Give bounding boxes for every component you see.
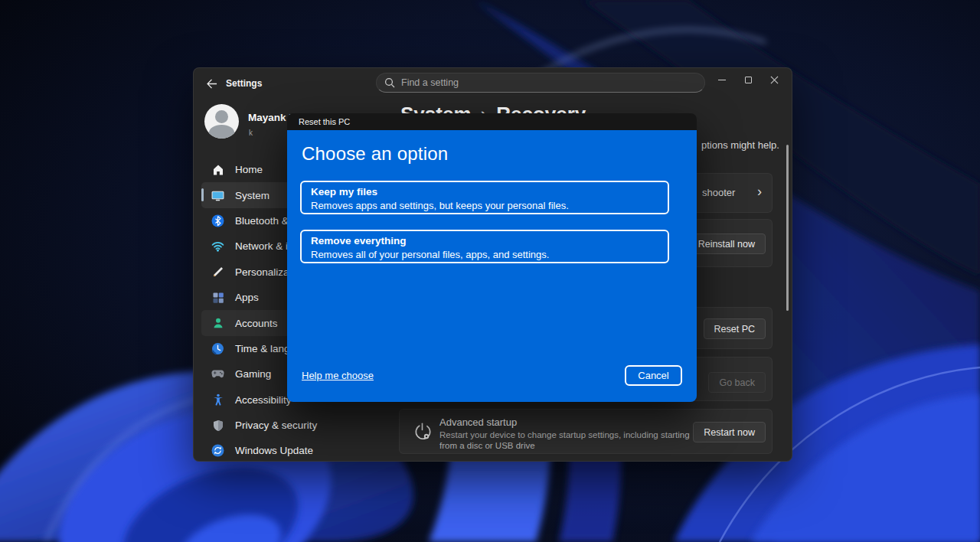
dialog-body: Choose an option Keep my files Removes a…	[287, 130, 697, 402]
option-description: Removes all of your personal files, apps…	[311, 248, 658, 261]
sidebar-item-label: Gaming	[235, 368, 271, 380]
sidebar-item-label: Windows Update	[235, 445, 313, 456]
close-icon	[770, 76, 779, 84]
accounts-icon	[211, 317, 224, 330]
windows-update-icon	[211, 444, 224, 457]
dialog-heading: Choose an option	[302, 143, 448, 165]
window-controls	[709, 68, 787, 91]
avatar-body	[209, 125, 234, 139]
personalization-icon	[211, 266, 224, 279]
time-language-icon	[211, 342, 224, 355]
scrollbar-thumb[interactable]	[786, 145, 789, 311]
advanced-startup-description: Restart your device to change startup se…	[439, 429, 707, 452]
search-input[interactable]	[401, 77, 697, 88]
chevron-right-icon: ›	[757, 184, 762, 200]
advanced-startup-title: Advanced startup	[439, 416, 517, 428]
option-keep-my-files[interactable]: Keep my files Removes apps and settings,…	[300, 181, 669, 214]
dialog-titlebar: Reset this PC	[287, 113, 697, 130]
cancel-button[interactable]: Cancel	[625, 365, 682, 386]
profile-subtitle: k	[249, 129, 253, 137]
option-title: Remove everything	[311, 234, 658, 248]
help-me-choose-link[interactable]: Help me choose	[302, 370, 374, 381]
apps-icon	[211, 291, 224, 304]
system-icon	[211, 189, 224, 202]
sidebar-item-label: Privacy & security	[235, 420, 317, 431]
recovery-intro-text: ptions might help.	[701, 139, 779, 151]
maximize-icon	[745, 77, 752, 83]
gaming-icon	[211, 367, 224, 380]
sidebar-item-label: Apps	[235, 292, 259, 303]
advanced-startup-card: Advanced startup Restart your device to …	[399, 409, 773, 454]
option-description: Removes apps and settings, but keeps you…	[311, 199, 658, 212]
sidebar-item-windows-update[interactable]: Windows Update	[201, 438, 381, 462]
troubleshooter-label: shooter	[702, 187, 735, 198]
back-button[interactable]	[201, 75, 221, 92]
sidebar-item-label: Home	[235, 164, 263, 175]
reset-pc-button[interactable]: Reset PC	[704, 318, 766, 339]
go-back-button[interactable]: Go back	[708, 372, 766, 393]
minimize-button[interactable]	[709, 68, 735, 91]
reinstall-now-button[interactable]: Reinstall now	[688, 233, 766, 254]
sidebar-item-privacy[interactable]: Privacy & security	[201, 413, 381, 438]
network-icon	[211, 240, 224, 253]
option-title: Keep my files	[311, 185, 658, 199]
search-box[interactable]	[376, 73, 705, 93]
avatar[interactable]	[204, 104, 239, 139]
shield-icon	[211, 419, 224, 432]
option-remove-everything[interactable]: Remove everything Removes all of your pe…	[300, 230, 669, 263]
sidebar-item-label: Accessibility	[235, 394, 292, 406]
dialog-title: Reset this PC	[299, 117, 350, 126]
bluetooth-icon	[211, 214, 224, 227]
avatar-head	[215, 110, 228, 123]
accessibility-icon	[211, 393, 224, 406]
back-arrow-icon	[206, 78, 217, 90]
power-gear-icon	[412, 422, 433, 446]
restart-now-button[interactable]: Restart now	[693, 422, 766, 442]
reset-pc-dialog: Reset this PC Choose an option Keep my f…	[287, 113, 697, 402]
sidebar-item-label: System	[235, 190, 270, 201]
window-title: Settings	[226, 78, 262, 89]
desktop: Settings Mayank P k System ›	[0, 0, 980, 542]
minimize-icon	[718, 80, 726, 80]
search-icon	[384, 77, 395, 88]
close-button[interactable]	[761, 68, 787, 91]
home-icon	[211, 163, 224, 176]
sidebar-item-label: Accounts	[235, 318, 278, 329]
maximize-button[interactable]	[735, 68, 761, 91]
